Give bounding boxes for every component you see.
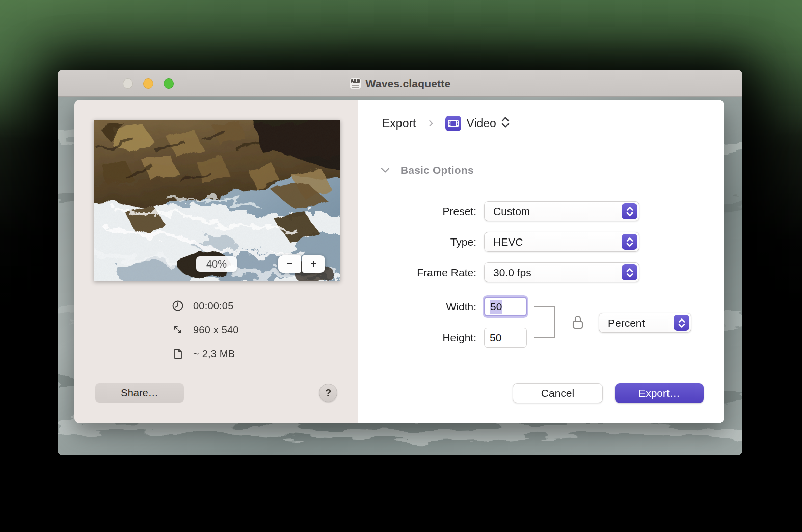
titlebar[interactable]: Waves.claquette — [58, 70, 742, 97]
help-button[interactable]: ? — [319, 384, 337, 402]
type-dropdown[interactable]: HEVC — [484, 232, 639, 252]
breadcrumb: Export › Vid — [358, 100, 724, 147]
stepper-chevrons-icon — [674, 315, 689, 331]
zoom-in-button[interactable]: + — [302, 255, 325, 273]
width-input[interactable]: 50 — [484, 297, 527, 316]
zoom-level-badge: 40% — [196, 256, 237, 272]
zoom-control: − + — [278, 255, 325, 273]
footer-divider — [358, 363, 724, 363]
height-label: Height: — [358, 328, 476, 348]
duration-row: 00:00:05 — [171, 298, 239, 314]
frame-rate-value: 30.0 fps — [485, 267, 531, 279]
frame-rate-row: Frame Rate: 30.0 fps — [358, 262, 724, 282]
basic-options-header[interactable]: Basic Options — [381, 160, 474, 180]
preview-panel: 40% − + 00:00:05 — [74, 100, 358, 423]
window-content: 40% − + 00:00:05 — [58, 97, 742, 455]
title-group: Waves.claquette — [58, 70, 742, 97]
file-icon — [171, 347, 185, 360]
width-value: 50 — [490, 300, 502, 314]
export-sheet: 40% − + 00:00:05 — [74, 100, 724, 423]
dimensions-icon — [171, 323, 185, 336]
stepper-chevrons-icon — [622, 203, 637, 219]
type-value: HEVC — [485, 236, 523, 248]
stepper-chevrons-icon — [622, 234, 637, 250]
section-title: Basic Options — [400, 164, 474, 176]
chevron-up-down-icon[interactable] — [500, 115, 511, 131]
chevron-right-icon: › — [428, 122, 433, 125]
type-row: Type: HEVC — [358, 232, 724, 252]
metadata-list: 00:00:05 960 x 540 — [171, 298, 239, 369]
width-label: Width: — [358, 297, 476, 316]
height-value: 50 — [490, 332, 501, 344]
document-proxy-icon[interactable] — [350, 78, 361, 89]
zoom-out-button[interactable]: − — [278, 255, 301, 273]
preset-label: Preset: — [358, 201, 476, 221]
export-button[interactable]: Export… — [615, 383, 704, 403]
app-window: Waves.claquette — [58, 70, 742, 455]
unit-value: Percent — [599, 317, 645, 329]
frame-rate-dropdown[interactable]: 30.0 fps — [484, 262, 639, 282]
unit-dropdown[interactable]: Percent — [599, 313, 691, 333]
file-size-value: ~ 2,3 MB — [193, 348, 235, 360]
frame-rate-label: Frame Rate: — [358, 262, 476, 282]
unit-control: Percent — [599, 313, 691, 333]
dimensions-value: 960 x 540 — [193, 324, 239, 336]
stepper-chevrons-icon — [622, 264, 637, 280]
preset-value: Custom — [485, 205, 530, 218]
height-input[interactable]: 50 — [484, 328, 527, 348]
preset-row: Preset: Custom — [358, 201, 724, 221]
video-format-icon — [445, 116, 461, 131]
type-label: Type: — [358, 232, 476, 252]
file-size-row: ~ 2,3 MB — [171, 345, 239, 362]
window-title: Waves.claquette — [366, 77, 451, 90]
export-options-panel: Export › Vid — [358, 100, 724, 423]
breadcrumb-export[interactable]: Export — [382, 117, 416, 130]
clock-icon — [171, 299, 185, 312]
cancel-button[interactable]: Cancel — [513, 383, 603, 403]
aspect-link-bracket — [534, 306, 555, 338]
duration-value: 00:00:05 — [193, 300, 233, 312]
dimensions-row: 960 x 540 — [171, 322, 239, 338]
preset-dropdown[interactable]: Custom — [484, 201, 639, 221]
format-selector-value[interactable]: Video — [466, 117, 496, 130]
lock-icon[interactable] — [571, 314, 585, 333]
share-button[interactable]: Share… — [95, 383, 184, 403]
breadcrumb-divider — [358, 147, 724, 147]
chevron-down-icon — [381, 167, 390, 173]
video-preview: 40% − + — [94, 120, 340, 281]
